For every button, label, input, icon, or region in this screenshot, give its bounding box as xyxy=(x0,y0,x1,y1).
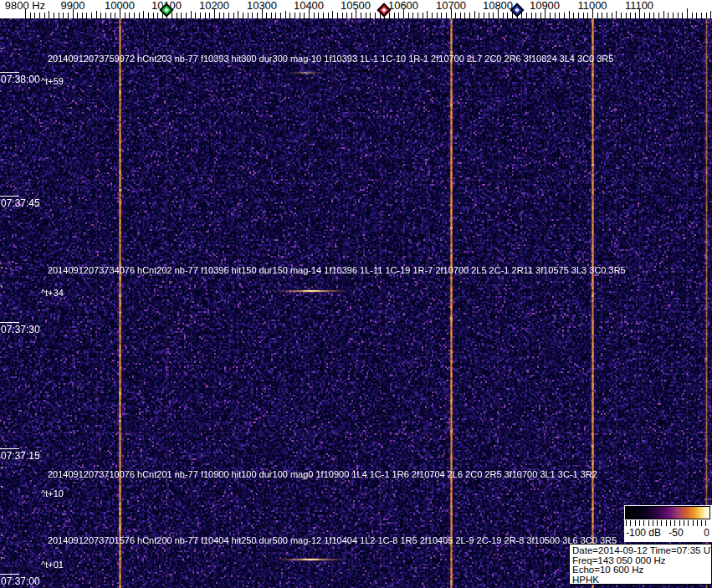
time-tick-line xyxy=(0,322,19,323)
freq-tick xyxy=(432,13,433,18)
freq-tick xyxy=(110,13,111,18)
freq-tick xyxy=(489,13,489,18)
freq-tick xyxy=(346,13,347,18)
freq-tick xyxy=(295,13,295,18)
freq-tick xyxy=(68,13,69,18)
freq-tick xyxy=(233,13,234,18)
freq-tick xyxy=(630,13,631,18)
freq-axis-label: 10600 xyxy=(388,0,418,12)
freq-tick xyxy=(280,13,281,18)
freq-tick xyxy=(412,13,413,18)
freq-tick xyxy=(658,13,659,18)
freq-tick xyxy=(105,13,106,18)
freq-tick xyxy=(587,13,588,18)
freq-tick xyxy=(375,13,376,18)
freq-tick xyxy=(437,13,438,18)
freq-tick xyxy=(323,13,324,18)
freq-tick xyxy=(696,13,697,18)
freq-tick xyxy=(564,13,565,18)
freq-tick xyxy=(469,13,470,18)
freq-tick xyxy=(328,13,329,18)
freq-tick xyxy=(597,13,598,18)
freq-tick xyxy=(134,13,135,18)
freq-tick xyxy=(300,13,300,18)
db-min-label: -100 dB xyxy=(626,527,661,539)
spectrogram-waterfall xyxy=(0,18,712,588)
freq-tick xyxy=(96,11,97,18)
freq-tick xyxy=(668,13,668,18)
freq-tick xyxy=(243,13,243,18)
freq-tick xyxy=(342,13,343,18)
time-tick-line xyxy=(0,72,19,73)
freq-tick xyxy=(361,13,361,18)
freq-tick xyxy=(706,13,707,18)
freq-tick xyxy=(271,13,272,18)
freq-tick xyxy=(583,13,584,18)
freq-tick xyxy=(200,13,201,18)
freq-tick xyxy=(644,13,645,18)
freq-tick xyxy=(39,13,40,18)
color-scale-labels: -100 dB -50 0 xyxy=(624,527,712,540)
freq-tick xyxy=(100,13,101,18)
freq-tick xyxy=(129,13,130,18)
db-max-label: 0 xyxy=(704,527,709,539)
freq-tick xyxy=(209,13,210,18)
freq-tick xyxy=(351,13,352,18)
freq-axis-label: 10800 xyxy=(483,0,513,12)
freq-tick xyxy=(602,13,602,18)
freq-tick xyxy=(559,13,560,18)
freq-tick xyxy=(460,13,461,18)
db-mid-label: -50 xyxy=(668,527,683,539)
freq-tick xyxy=(157,13,158,18)
freq-tick xyxy=(550,13,551,18)
freq-tick xyxy=(337,13,338,18)
freq-axis-label: 10700 xyxy=(436,0,466,12)
freq-tick xyxy=(219,13,220,18)
freq-tick xyxy=(370,13,371,18)
freq-tick xyxy=(275,13,276,18)
freq-tick xyxy=(653,13,654,18)
freq-tick xyxy=(153,13,154,18)
detection-time-offset: ^t+59 xyxy=(41,76,64,86)
freq-axis-label: 10300 xyxy=(247,0,277,12)
freq-tick xyxy=(318,13,319,18)
meteor-echo-monitor-window: 9800 Hz990010000101001020010300104001050… xyxy=(0,0,712,588)
freq-tick xyxy=(59,13,59,18)
freq-tick xyxy=(248,13,248,18)
freq-tick xyxy=(223,13,224,18)
freq-tick xyxy=(115,13,115,18)
time-label: 07:37:15 xyxy=(0,448,40,462)
freq-tick xyxy=(49,11,49,18)
freq-tick xyxy=(673,13,674,18)
freq-tick xyxy=(266,13,267,18)
freq-tick xyxy=(44,13,45,18)
freq-tick xyxy=(464,13,465,18)
freq-axis-label: 9900 xyxy=(61,0,85,12)
freq-tick xyxy=(474,11,475,18)
freq-tick xyxy=(612,13,612,18)
freq-tick xyxy=(649,13,650,18)
freq-tick xyxy=(701,13,702,18)
time-label: 07:37:30 xyxy=(0,322,40,335)
event-mark: ` xyxy=(0,49,3,57)
freq-tick xyxy=(389,13,390,18)
freq-tick xyxy=(34,13,35,18)
time-label: 07:37:45 xyxy=(0,196,40,209)
freq-tick xyxy=(366,13,366,18)
freq-tick xyxy=(616,11,617,18)
freq-tick xyxy=(289,13,290,18)
freq-axis-label: 11000 xyxy=(577,0,607,12)
freq-tick xyxy=(285,11,286,18)
detection-time-offset: ^t+10 xyxy=(41,488,64,499)
event-mark: ` xyxy=(0,287,3,295)
freq-tick xyxy=(682,13,683,18)
freq-tick xyxy=(181,13,182,18)
detection-time-offset: ^t+01 xyxy=(41,560,64,570)
freq-tick xyxy=(573,13,574,18)
freq-tick xyxy=(139,13,140,18)
freq-tick xyxy=(143,11,144,18)
time-label: 07:38:00 xyxy=(0,72,40,85)
freq-tick xyxy=(205,13,206,18)
freq-tick xyxy=(252,13,253,18)
db-color-scale: -100 dB -50 0 xyxy=(624,505,712,542)
